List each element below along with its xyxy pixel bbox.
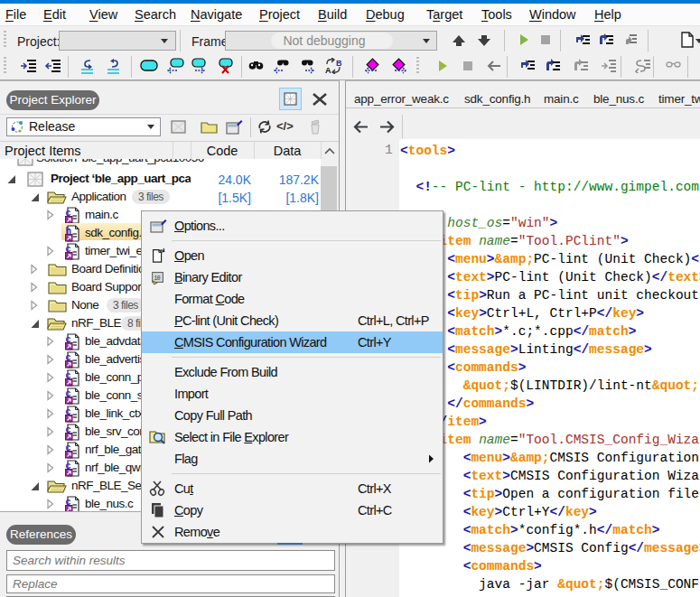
svg-text:B: B: [336, 59, 342, 68]
svg-text:A: A: [325, 66, 331, 74]
svg-text:10: 10: [154, 275, 161, 282]
